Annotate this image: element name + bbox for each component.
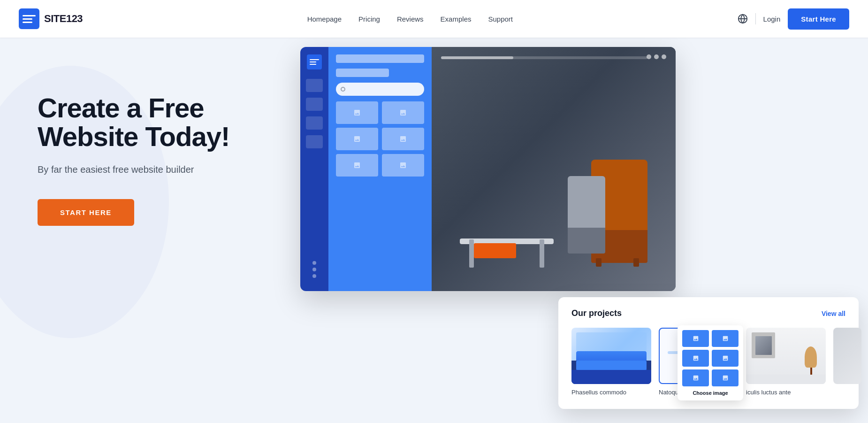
- panel-img-1: [336, 101, 378, 124]
- builder-photo: [432, 47, 676, 291]
- photo-dots: [647, 54, 666, 59]
- chooser-img-6[interactable]: [712, 369, 739, 386]
- chooser-img-5[interactable]: [682, 369, 709, 386]
- view-all-link[interactable]: View all: [822, 310, 845, 317]
- sidebar-item-4: [306, 135, 323, 148]
- projects-grid: Phasellus commodo: [571, 328, 845, 396]
- project-img-3: [746, 328, 826, 384]
- progress-bar: [441, 56, 647, 59]
- panel-img-3: [336, 128, 378, 150]
- furniture-photo: [432, 47, 676, 291]
- panel-image-grid: [336, 101, 424, 177]
- brand-name: SITE123: [44, 13, 83, 25]
- image-chooser-popup[interactable]: Choose image: [678, 325, 743, 400]
- hero-right: Our projects View all Phasellus commodo: [263, 38, 868, 423]
- chair-leg-fr: [633, 258, 639, 267]
- chooser-label: Choose image: [682, 390, 739, 396]
- nav-reviews[interactable]: Reviews: [397, 15, 424, 23]
- panel-bar-1: [336, 54, 424, 63]
- builder-sidebar: [300, 47, 328, 291]
- globe-icon[interactable]: [738, 14, 748, 24]
- chooser-img-3[interactable]: [682, 350, 709, 367]
- photo-dot-2: [654, 54, 659, 59]
- project-item-3: iculis luctus ante: [746, 328, 826, 396]
- sidebar-logo-icon: [307, 54, 322, 69]
- table-leg-left: [469, 239, 474, 268]
- nav-links: Homepage Pricing Reviews Examples Suppor…: [307, 15, 513, 23]
- wall-art: [752, 332, 775, 358]
- project-item-1: Phasellus commodo: [571, 328, 651, 396]
- builder-mockup: [300, 47, 676, 291]
- logo-icon: [19, 8, 39, 29]
- hero-title: Create a Free Website Today!: [38, 94, 244, 151]
- nav-homepage[interactable]: Homepage: [307, 15, 342, 23]
- sidebar-item-3: [306, 116, 323, 130]
- sidebar-item-2: [306, 98, 323, 111]
- logo[interactable]: SITE123: [19, 8, 83, 29]
- nav-pricing[interactable]: Pricing: [358, 15, 380, 23]
- project-item-2: Choose image Natoque: [659, 328, 739, 396]
- project-label-3: iculis luctus ante: [746, 389, 826, 396]
- panel-img-5: [336, 154, 378, 177]
- project-item-4-partial: [833, 328, 861, 384]
- nav-examples[interactable]: Examples: [441, 15, 472, 23]
- builder-panel: [328, 47, 432, 291]
- panel-img-6: [382, 154, 424, 177]
- projects-header: Our projects View all: [571, 308, 845, 318]
- progress-fill: [441, 56, 513, 59]
- panel-search: [336, 83, 424, 96]
- sidebar-dots: [312, 261, 316, 284]
- start-here-button-nav[interactable]: Start Here: [788, 8, 849, 30]
- search-icon: [341, 87, 345, 92]
- navbar: SITE123 Homepage Pricing Reviews Example…: [0, 0, 868, 38]
- photo-dot-3: [662, 54, 666, 59]
- chooser-img-4[interactable]: [712, 350, 739, 367]
- nav-right-group: Login Start Here: [738, 8, 849, 30]
- orange-accent: [474, 243, 516, 258]
- project-label-1: Phasellus commodo: [571, 389, 651, 396]
- chooser-img-2[interactable]: [712, 330, 739, 347]
- chair-leg-fl: [596, 258, 602, 267]
- projects-card: Our projects View all Phasellus commodo: [558, 297, 859, 409]
- table-leg-right: [540, 239, 544, 268]
- hero-subtitle: By far the easiest free website builder: [38, 162, 244, 177]
- projects-title: Our projects: [571, 308, 622, 318]
- project-img-1: [571, 328, 651, 384]
- sidebar-item-1: [306, 79, 323, 92]
- panel-bar-2: [336, 69, 389, 77]
- chooser-img-1[interactable]: [682, 330, 709, 347]
- hero-left: Create a Free Website Today! By far the …: [0, 38, 263, 245]
- start-here-button-hero[interactable]: START HERE: [38, 199, 134, 226]
- panel-img-2: [382, 101, 424, 124]
- login-link[interactable]: Login: [763, 15, 781, 23]
- photo-dot-1: [647, 54, 651, 59]
- chair-2-group: [568, 178, 610, 254]
- chooser-grid: [682, 330, 739, 386]
- nav-support[interactable]: Support: [488, 15, 513, 23]
- nav-divider: [755, 13, 756, 24]
- hero-section: Create a Free Website Today! By far the …: [0, 38, 868, 423]
- panel-img-4: [382, 128, 424, 150]
- chair2-back: [568, 176, 605, 228]
